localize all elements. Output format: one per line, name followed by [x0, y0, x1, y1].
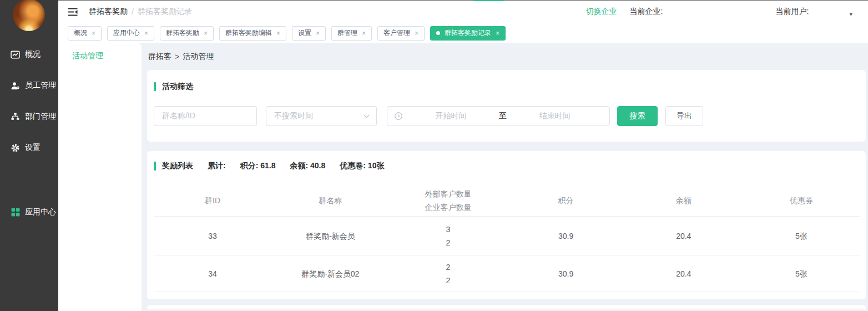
- table-cell: 5张: [743, 229, 860, 243]
- filter-title-text: 活动筛选: [162, 82, 193, 92]
- tab-1[interactable]: 概况×: [68, 26, 102, 41]
- open-tabs-bar: 概况×应用中心×群拓客奖励×群拓客奖励编辑×设置×群管理×客户管理×群拓客奖励记…: [58, 23, 868, 43]
- tab-label: 客户管理: [383, 28, 410, 38]
- end-date-placeholder: 结束时间: [507, 111, 603, 121]
- rewards-points-total: 积分: 61.8: [240, 161, 276, 171]
- topbar-right: 切换企业 当前企业: 当前用户: ▾: [586, 7, 852, 17]
- table-header-cell: 群ID: [154, 194, 271, 207]
- topbar-breadcrumb: 群拓客奖励 / 群拓客奖励记录: [89, 7, 192, 17]
- export-button[interactable]: 导出: [665, 106, 703, 126]
- window-top-strip-highlight: [473, 0, 504, 1]
- tab-6[interactable]: 群管理×: [331, 26, 372, 41]
- table-header-cell: 外部客户数量企业客户数量: [389, 187, 507, 214]
- settings-gear-icon: [11, 143, 20, 153]
- table-row: 33群奖励-新会员3230.920.45张: [154, 217, 860, 255]
- clock-icon: [394, 112, 403, 121]
- employee-icon: [11, 81, 20, 91]
- tab-label: 群拓客奖励编辑: [225, 28, 272, 38]
- tab-close-icon[interactable]: ×: [316, 30, 320, 37]
- window-top-strip: [58, 0, 868, 1]
- date-range-picker[interactable]: 开始时间 至 结束时间: [387, 106, 610, 126]
- table-cell: 30.9: [507, 267, 625, 280]
- sidebar-nav: 概况 员工管理 部门管理 设置: [0, 48, 58, 218]
- sidebar-item-app-center[interactable]: 应用中心: [0, 206, 58, 218]
- table-cell: 20.4: [625, 267, 743, 280]
- table-header-cell: 积分: [507, 194, 625, 207]
- filter-section-title: 活动筛选: [154, 82, 859, 92]
- tab-close-icon[interactable]: ×: [496, 30, 499, 37]
- tab-close-icon[interactable]: ×: [92, 30, 95, 37]
- tab-close-icon[interactable]: ×: [362, 30, 366, 37]
- tab-3[interactable]: 群拓客奖励×: [160, 26, 214, 41]
- sidebar-item-label: 员工管理: [25, 81, 56, 91]
- sidebar-item-settings[interactable]: 设置: [0, 142, 58, 154]
- filter-card: 活动筛选 群名称/ID 不搜索时间: [147, 70, 866, 142]
- tab-5[interactable]: 设置×: [292, 26, 326, 41]
- tab-label: 群管理: [337, 28, 357, 38]
- tab-7[interactable]: 客户管理×: [377, 26, 425, 41]
- sub-sidebar-item-activity[interactable]: 活动管理: [72, 51, 142, 61]
- overview-chart-icon: [11, 50, 20, 59]
- tab-close-icon[interactable]: ×: [276, 30, 280, 37]
- table-cell: 33: [154, 229, 271, 243]
- sidebar-item-label: 概况: [25, 49, 41, 59]
- breadcrumb-secondary: 群拓客奖励记录: [138, 7, 192, 17]
- switch-company-link[interactable]: 切换企业: [586, 7, 617, 17]
- section-marker: [154, 82, 156, 91]
- table-cell: 20.4: [625, 229, 743, 243]
- chevron-down-icon: [364, 114, 370, 118]
- table-cell: 34: [154, 267, 271, 280]
- rewards-title: 奖励列表: [162, 161, 193, 171]
- tab-4[interactable]: 群拓客奖励编辑×: [219, 26, 286, 41]
- tab-close-icon[interactable]: ×: [204, 30, 208, 37]
- tab-close-icon[interactable]: ×: [144, 30, 148, 37]
- tab-label: 群拓客奖励: [166, 28, 199, 38]
- breadcrumb-primary[interactable]: 群拓客奖励: [89, 7, 128, 17]
- user-menu-caret-icon[interactable]: ▾: [849, 11, 852, 17]
- collapse-sidebar-icon[interactable]: [68, 7, 80, 16]
- table-cell: 32: [389, 223, 507, 249]
- tab-close-icon[interactable]: ×: [415, 30, 418, 37]
- table-row: 34群奖励-新会员022230.920.45张: [154, 255, 860, 292]
- sidebar-item-overview[interactable]: 概况: [0, 48, 58, 61]
- company-avatar[interactable]: [13, 0, 45, 31]
- tab-8[interactable]: 群拓客奖励记录×: [430, 26, 506, 41]
- sidebar-item-employees[interactable]: 员工管理: [0, 79, 58, 92]
- table-cell: 群奖励-新会员: [271, 229, 389, 243]
- topbar: 群拓客奖励 / 群拓客奖励记录 切换企业 当前企业: 当前用户: ▾: [58, 0, 868, 23]
- tab-label: 概况: [74, 28, 87, 38]
- date-range-separator: 至: [499, 111, 507, 121]
- sub-sidebar: 活动管理: [58, 43, 142, 311]
- table-header-cell: 群名称: [271, 194, 389, 207]
- table-header-cell: 优惠券: [743, 194, 860, 207]
- rewards-total-label: 累计:: [208, 161, 226, 171]
- right-column: 群拓客奖励 / 群拓客奖励记录 切换企业 当前企业: 当前用户: ▾ 概况×应用…: [58, 0, 868, 311]
- table-cell: 群奖励-新会员02: [271, 267, 389, 280]
- page-breadcrumb: 群拓客 > 活动管理: [147, 43, 866, 70]
- table-header-row: 群ID群名称外部客户数量企业客户数量积分余额优惠券: [154, 184, 860, 217]
- content-area: 活动管理 群拓客 > 活动管理 活动筛选 群名称/ID: [58, 43, 868, 311]
- table-cell: 22: [389, 260, 507, 287]
- time-type-select[interactable]: 不搜索时间: [266, 106, 377, 126]
- page-breadcrumb-current: 活动管理: [183, 52, 214, 62]
- page-breadcrumb-separator: >: [175, 52, 179, 61]
- rewards-table: 群ID群名称外部客户数量企业客户数量积分余额优惠券33群奖励-新会员3230.9…: [154, 184, 860, 292]
- tab-2[interactable]: 应用中心×: [107, 26, 154, 41]
- app-root: 概况 员工管理 部门管理 设置: [0, 0, 868, 311]
- group-name-input[interactable]: 群名称/ID: [154, 106, 257, 126]
- search-button[interactable]: 搜索: [617, 106, 658, 126]
- rewards-coupons-total: 优惠卷: 10张: [340, 161, 384, 171]
- rewards-card: 奖励列表 累计: 积分: 61.8 余额: 40.8 优惠卷: 10张 群ID群…: [147, 151, 866, 299]
- rewards-balance-total: 余额: 40.8: [290, 161, 325, 171]
- sidebar-item-departments[interactable]: 部门管理: [0, 111, 58, 123]
- table-cell: 5张: [743, 267, 860, 280]
- rewards-summary: 奖励列表 累计: 积分: 61.8 余额: 40.8 优惠卷: 10张: [154, 161, 860, 171]
- app-center-icon: [11, 208, 20, 217]
- section-marker: [154, 162, 156, 170]
- time-type-value: 不搜索时间: [274, 111, 313, 121]
- page-breadcrumb-parent[interactable]: 群拓客: [148, 52, 171, 62]
- sidebar-item-label: 应用中心: [25, 207, 56, 217]
- main-panel: 群拓客 > 活动管理 活动筛选 群名称/ID 不搜索时间: [142, 43, 868, 311]
- table-header-cell: 余额: [625, 194, 743, 207]
- tab-label: 群拓客奖励记录: [445, 28, 491, 38]
